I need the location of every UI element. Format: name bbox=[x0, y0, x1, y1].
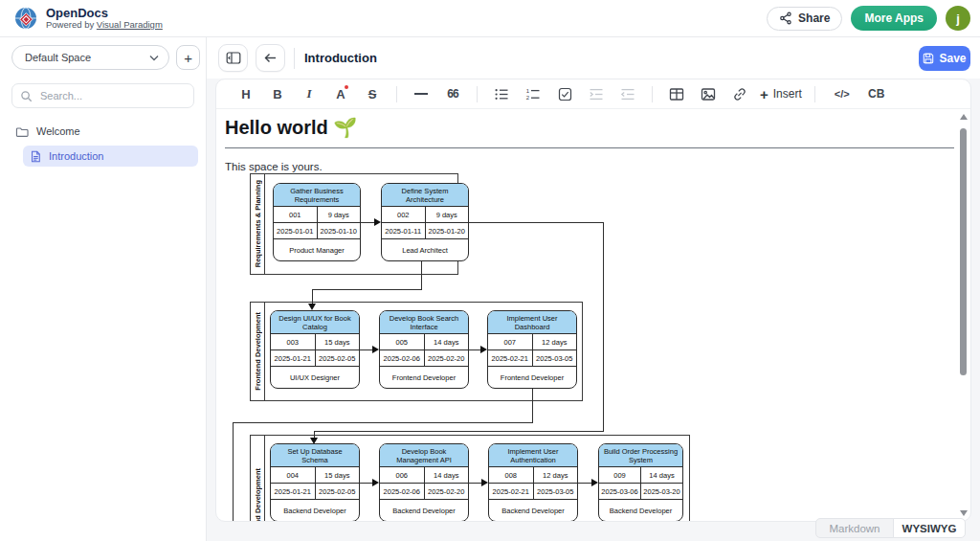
add-space-button[interactable]: + bbox=[176, 45, 200, 70]
opendocs-logo-icon bbox=[13, 6, 39, 32]
formatting-toolbar: H B I A S 66 1 2 bbox=[216, 79, 970, 109]
save-icon bbox=[923, 53, 934, 64]
search-box[interactable] bbox=[11, 83, 194, 108]
task-end: 2025-02-05 bbox=[316, 484, 360, 499]
share-button[interactable]: Share bbox=[767, 7, 842, 31]
sidebar-item-introduction[interactable]: Introduction bbox=[23, 146, 198, 167]
task-end: 2025-03-20 bbox=[641, 484, 682, 499]
connector-arrow bbox=[374, 218, 381, 226]
sidebar-item-welcome[interactable]: Welcome bbox=[0, 121, 206, 142]
editor-scrollbar[interactable] bbox=[958, 110, 969, 520]
red-dot bbox=[345, 85, 348, 89]
sidebar: Default Space + Welcome bbox=[0, 37, 207, 541]
task-duration: 9 days bbox=[426, 207, 469, 222]
powered-by: Powered by Visual Paradigm bbox=[46, 20, 163, 30]
task-start: 2025-01-21 bbox=[271, 484, 316, 499]
task-name: Implement User Dashboard bbox=[488, 311, 576, 334]
inline-code-icon[interactable]: </> bbox=[828, 82, 857, 105]
indent-increase-icon[interactable] bbox=[585, 82, 608, 105]
plus-icon: + bbox=[760, 87, 768, 101]
connector-line bbox=[312, 289, 422, 290]
task-card: Gather Business Requirements 0019 days 2… bbox=[273, 183, 361, 261]
link-icon[interactable] bbox=[728, 82, 751, 105]
divider bbox=[294, 48, 295, 69]
task-start: 2025-01-01 bbox=[274, 223, 318, 238]
document-icon bbox=[30, 150, 41, 163]
task-duration: 15 days bbox=[316, 334, 360, 349]
toolbar-separator bbox=[652, 86, 653, 102]
numbered-list-icon[interactable]: 1 2 bbox=[522, 82, 545, 105]
toolbar-separator bbox=[477, 86, 478, 102]
task-end: 2025-02-20 bbox=[425, 350, 469, 366]
task-id: 003 bbox=[271, 334, 316, 349]
task-list-icon[interactable] bbox=[553, 82, 576, 105]
share-icon bbox=[779, 11, 792, 25]
task-duration: 15 days bbox=[316, 467, 360, 483]
task-end: 2025-01-20 bbox=[426, 223, 469, 238]
back-arrow-icon bbox=[263, 52, 278, 64]
italic-icon[interactable]: I bbox=[298, 82, 321, 105]
scroll-down-arrow-icon[interactable] bbox=[960, 510, 968, 516]
table-icon[interactable] bbox=[665, 82, 688, 105]
task-duration: 14 days bbox=[425, 467, 469, 483]
task-duration: 14 days bbox=[425, 334, 469, 349]
connector-line bbox=[314, 431, 604, 432]
insert-button[interactable]: + Insert bbox=[760, 87, 802, 101]
horizontal-rule-icon[interactable] bbox=[410, 82, 433, 105]
connector-arrow bbox=[481, 479, 488, 486]
connector-arrow bbox=[308, 304, 316, 310]
svg-text:2: 2 bbox=[526, 95, 530, 101]
lane-label: Frontend Development bbox=[251, 303, 265, 400]
scroll-up-arrow-icon[interactable] bbox=[960, 114, 968, 120]
panel-toggle-icon bbox=[226, 51, 241, 65]
search-input[interactable] bbox=[38, 89, 186, 102]
tab-markdown[interactable]: Markdown bbox=[815, 518, 894, 538]
task-card: Design UI/UX for Book Catalog 00315 days… bbox=[270, 310, 360, 389]
task-duration: 12 days bbox=[534, 467, 578, 483]
code-block-icon[interactable]: CB bbox=[865, 82, 888, 105]
image-icon[interactable] bbox=[697, 82, 720, 105]
heading-icon[interactable]: H bbox=[234, 82, 257, 105]
task-start: 2025-02-06 bbox=[380, 484, 425, 499]
svg-text:1: 1 bbox=[526, 87, 530, 93]
indent-decrease-icon[interactable] bbox=[616, 82, 639, 105]
avatar[interactable]: j bbox=[946, 6, 970, 31]
folder-icon bbox=[15, 125, 29, 138]
task-end: 2025-03-05 bbox=[534, 484, 578, 499]
space-selector[interactable]: Default Space bbox=[11, 45, 169, 70]
toggle-sidebar-button[interactable] bbox=[218, 44, 248, 72]
bold-icon[interactable]: B bbox=[266, 82, 289, 105]
more-apps-button[interactable]: More Apps bbox=[851, 6, 937, 31]
task-id: 009 bbox=[599, 467, 641, 483]
back-button[interactable] bbox=[256, 44, 285, 72]
blockquote-icon[interactable]: 66 bbox=[441, 82, 464, 105]
task-name: Design UI/UX for Book Catalog bbox=[271, 311, 359, 334]
app-name: OpenDocs bbox=[46, 7, 163, 20]
bullet-list-icon[interactable] bbox=[490, 82, 513, 105]
lane-label: Backend Development bbox=[251, 436, 265, 521]
task-card: Implement User Authentication 00812 days… bbox=[488, 443, 578, 521]
task-duration: 12 days bbox=[533, 334, 577, 349]
task-start: 2025-01-21 bbox=[271, 350, 316, 366]
task-name: Build Order Processing System bbox=[599, 444, 682, 467]
tab-wysiwyg[interactable]: WYSIWYG bbox=[893, 518, 966, 538]
scrollbar-thumb[interactable] bbox=[960, 128, 967, 375]
save-button[interactable]: Save bbox=[919, 46, 970, 71]
task-start: 2025-02-21 bbox=[489, 484, 534, 499]
task-role: Frontend Developer bbox=[488, 367, 576, 388]
document-content[interactable]: Hello world 🌱 This space is yours. Requi… bbox=[216, 109, 970, 521]
task-role: Product Manager bbox=[274, 239, 360, 260]
task-name: Set Up Database Schema bbox=[271, 444, 359, 467]
task-card: Implement User Dashboard 00712 days 2025… bbox=[487, 310, 577, 389]
task-card: Develop Book Management API 00614 days 2… bbox=[379, 443, 469, 521]
task-card: Set Up Database Schema 00415 days 2025-0… bbox=[270, 443, 360, 521]
connector-arrow bbox=[372, 479, 379, 486]
project-plan-diagram[interactable]: Requirements & Planning Frontend Develop… bbox=[216, 109, 970, 521]
task-duration: 9 days bbox=[318, 207, 361, 222]
page-tree: Welcome Introduction bbox=[0, 121, 206, 167]
connector-line bbox=[312, 289, 313, 304]
strikethrough-icon[interactable]: S bbox=[361, 82, 384, 105]
visual-paradigm-link[interactable]: Visual Paradigm bbox=[97, 19, 163, 30]
task-card: Define System Architecture 0029 days 202… bbox=[381, 183, 469, 261]
font-color-icon[interactable]: A bbox=[329, 82, 352, 105]
